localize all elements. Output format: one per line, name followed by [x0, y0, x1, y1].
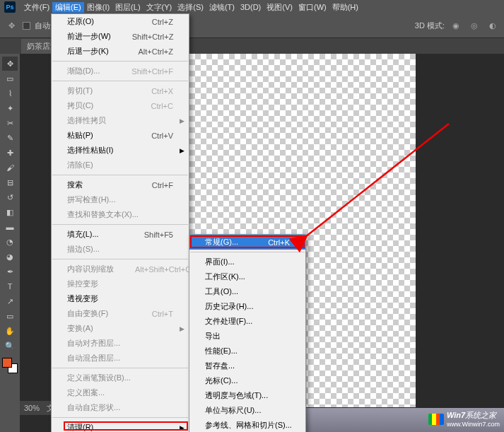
- edit-menu-item[interactable]: 前进一步(W)Shift+Ctrl+Z: [52, 29, 189, 44]
- edit-menu-item: 定义图案...: [52, 385, 189, 400]
- edit-menu-item: 拼写检查(H)...: [52, 192, 189, 207]
- shape-tool-icon[interactable]: ▭: [2, 309, 18, 323]
- menu-image[interactable]: 图像(I): [84, 2, 112, 13]
- stamp-tool-icon[interactable]: ⊟: [2, 175, 18, 189]
- zoom-tool-icon[interactable]: 🔍: [2, 339, 18, 353]
- edit-menu-item: 查找和替换文本(X)...: [52, 207, 189, 222]
- menu-layer[interactable]: 图层(L): [112, 2, 143, 13]
- edit-menu-item[interactable]: 选择性粘贴(I)▶: [52, 143, 189, 158]
- edit-menu-item: 清除(E): [52, 158, 189, 173]
- edit-menu-item: 自由变换(F)Ctrl+T: [52, 306, 189, 321]
- preferences-submenu: 常规(G)...Ctrl+K界面(I)...工作区(K)...工具(O)...历…: [189, 234, 306, 432]
- move-tool-icon[interactable]: ✥: [4, 19, 18, 33]
- menu-help[interactable]: 帮助(H): [329, 2, 361, 13]
- auto-select-checkbox[interactable]: [23, 22, 30, 30]
- 3d-icon[interactable]: ◎: [467, 19, 481, 33]
- eraser-tool-icon[interactable]: ◧: [2, 205, 18, 219]
- edit-menu-item: 定义画笔预设(B)...: [52, 370, 189, 385]
- menubar: Ps 文件(F) 编辑(E) 图像(I) 图层(L) 文字(Y) 选择(S) 滤…: [0, 0, 504, 14]
- menu-type[interactable]: 文字(Y): [143, 2, 175, 13]
- pref-menu-item[interactable]: 界面(I)...: [189, 255, 305, 269]
- menu-filter[interactable]: 滤镜(T): [206, 2, 238, 13]
- edit-menu-item[interactable]: 透视变形: [52, 291, 189, 306]
- path-tool-icon[interactable]: ↗: [2, 294, 18, 308]
- pref-menu-item[interactable]: 光标(C)...: [189, 373, 305, 388]
- menu-edit[interactable]: 编辑(E): [52, 2, 84, 13]
- crop-tool-icon[interactable]: ✂: [2, 116, 18, 130]
- menu-3d[interactable]: 3D(D): [238, 3, 264, 11]
- edit-menu-item: 自动对齐图层...: [52, 336, 189, 351]
- edit-menu-item: 自动混合图层...: [52, 351, 189, 366]
- edit-menu-item: 描边(S)...: [52, 242, 189, 257]
- move-tool-icon[interactable]: ✥: [2, 57, 18, 71]
- app-logo: Ps: [4, 1, 16, 13]
- heal-tool-icon[interactable]: ✚: [2, 146, 18, 160]
- edit-menu-item[interactable]: 清理(R)▶: [52, 420, 189, 432]
- edit-menu-item: 渐隐(D)...Shift+Ctrl+F: [52, 64, 189, 78]
- edit-menu-item[interactable]: 粘贴(P)Ctrl+V: [52, 128, 189, 143]
- dodge-tool-icon[interactable]: ◕: [2, 250, 18, 264]
- wand-tool-icon[interactable]: ✦: [2, 101, 18, 115]
- zoom-level[interactable]: 30%: [24, 404, 40, 412]
- menu-window[interactable]: 窗口(W): [295, 2, 329, 13]
- submenu-arrow-icon: ▶: [180, 147, 184, 154]
- edit-menu-item[interactable]: 还原(O)Ctrl+Z: [52, 14, 189, 29]
- foreground-color[interactable]: [2, 358, 12, 368]
- blur-tool-icon[interactable]: ◔: [2, 235, 18, 249]
- edit-menu-item[interactable]: 后退一步(K)Alt+Ctrl+Z: [52, 44, 189, 59]
- submenu-arrow-icon: ▶: [180, 117, 184, 124]
- pen-tool-icon[interactable]: ✒: [2, 264, 18, 279]
- 3d-icon[interactable]: ◐: [486, 19, 500, 33]
- pref-menu-item[interactable]: 常规(G)...Ctrl+K: [189, 235, 305, 250]
- hand-tool-icon[interactable]: ✋: [2, 324, 18, 338]
- pref-menu-item[interactable]: 参考线、网格和切片(S)...: [189, 418, 305, 432]
- pref-menu-item[interactable]: 工作区(K)...: [189, 269, 305, 284]
- pref-menu-item[interactable]: 历史记录(H)...: [189, 299, 305, 314]
- history-brush-icon[interactable]: ↺: [2, 190, 18, 204]
- edit-menu-item: 内容识别缩放Alt+Shift+Ctrl+C: [52, 262, 189, 276]
- edit-menu-item: 变换(A)▶: [52, 321, 189, 336]
- tools-panel: ✥ ▭ ⌇ ✦ ✂ ✎ ✚ 🖌 ⊟ ↺ ◧ ▬ ◔ ◕ ✒ T ↗ ▭ ✋ 🔍: [0, 54, 20, 432]
- gradient-tool-icon[interactable]: ▬: [2, 220, 18, 234]
- mode-3d-label: 3D 模式:: [415, 21, 445, 31]
- color-swatches[interactable]: [2, 358, 18, 373]
- pref-menu-item[interactable]: 性能(E)...: [189, 344, 305, 358]
- submenu-arrow-icon: ▶: [180, 325, 184, 332]
- edit-menu-item: 选择性拷贝▶: [52, 113, 189, 128]
- pref-menu-item[interactable]: 工具(O)...: [189, 284, 305, 299]
- brush-tool-icon[interactable]: 🖌: [2, 160, 18, 175]
- edit-menu-item: 剪切(T)Ctrl+X: [52, 83, 189, 98]
- flag-icon: [428, 414, 444, 425]
- type-tool-icon[interactable]: T: [2, 279, 18, 293]
- watermark: Win7系统之家 www.Winwin7.com: [428, 410, 500, 428]
- edit-menu-item[interactable]: 搜索Ctrl+F: [52, 177, 189, 192]
- edit-menu-item: 操控变形: [52, 276, 189, 291]
- pref-menu-item[interactable]: 导出: [189, 329, 305, 344]
- 3d-icon[interactable]: ◉: [449, 19, 463, 33]
- edit-menu-item[interactable]: 填充(L)...Shift+F5: [52, 227, 189, 242]
- pref-menu-item[interactable]: 透明度与色域(T)...: [189, 388, 305, 403]
- edit-menu-item: 自动自定形状...: [52, 400, 189, 415]
- edit-menu-dropdown: 还原(O)Ctrl+Z前进一步(W)Shift+Ctrl+Z后退一步(K)Alt…: [51, 13, 189, 432]
- pref-menu-item[interactable]: 单位与标尺(U)...: [189, 403, 305, 418]
- marquee-tool-icon[interactable]: ▭: [2, 71, 18, 86]
- eyedropper-tool-icon[interactable]: ✎: [2, 131, 18, 145]
- edit-menu-item: 拷贝(C)Ctrl+C: [52, 98, 189, 113]
- menu-file[interactable]: 文件(F): [21, 2, 52, 13]
- pref-menu-item[interactable]: 文件处理(F)...: [189, 314, 305, 329]
- lasso-tool-icon[interactable]: ⌇: [2, 86, 18, 100]
- menu-select[interactable]: 选择(S): [175, 2, 206, 13]
- submenu-arrow-icon: ▶: [180, 424, 184, 431]
- menu-view[interactable]: 视图(V): [264, 2, 295, 13]
- pref-menu-item[interactable]: 暂存盘...: [189, 358, 305, 373]
